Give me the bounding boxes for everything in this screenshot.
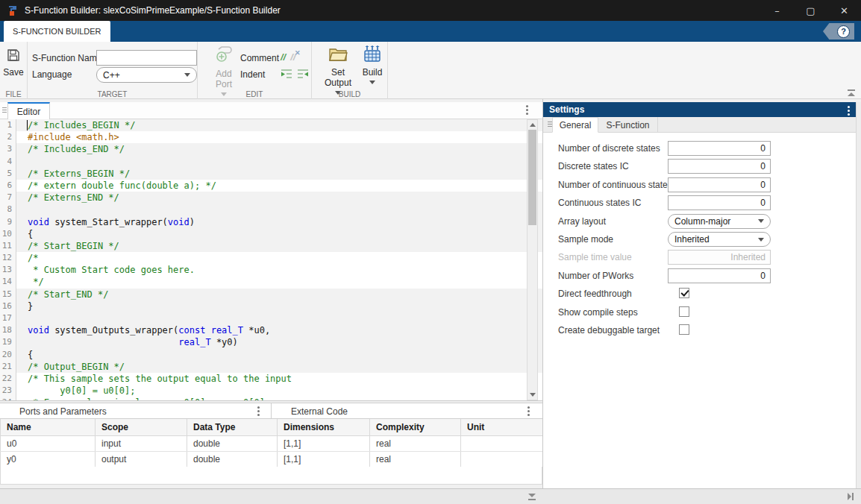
code-line[interactable]: 22/* This sample sets the output equal t… [0,373,542,385]
collapse-bottom-icon[interactable] [527,494,537,500]
table-cell[interactable]: double [187,435,278,451]
editor-scrollbar[interactable] [527,119,538,400]
table-cell[interactable]: output [96,451,187,467]
discrete-states-ic-input[interactable]: 0 [668,159,771,174]
code-line[interactable]: 7/* Externs_END */ [0,192,542,204]
tab-s-function[interactable]: S-Function [598,117,658,133]
code-line[interactable]: 17 [0,312,542,324]
settings-menu-icon[interactable] [848,110,850,112]
code-line[interactable]: 6/* extern double func(double a); */ [0,180,542,192]
number-of-continuous-states-input[interactable]: 0 [668,177,771,192]
code-text: /* Includes_END */ [16,143,542,155]
tab-external-code[interactable]: External Code [291,403,348,420]
code-line[interactable]: 10{ [0,228,542,240]
close-button[interactable]: ✕ [827,0,861,21]
line-number: 8 [0,204,16,215]
comment-icon[interactable]: // [281,51,286,63]
table-cell[interactable]: double [187,451,278,467]
code-line[interactable]: 24 * For complex signals use: y0[0].re =… [0,397,542,401]
table-header[interactable]: Data Type [187,419,278,435]
minimize-button[interactable]: – [760,0,794,21]
table-cell[interactable]: [1,1] [278,451,370,467]
table-cell[interactable]: u0 [1,435,96,451]
set-output-button[interactable]: Set Output [317,45,359,95]
table-header[interactable]: Dimensions [278,419,370,435]
add-port-button[interactable]: Add Port [207,45,241,96]
collapse-right-icon[interactable] [848,493,855,500]
table-row[interactable]: u0inputdouble[1,1]real [1,435,543,451]
number-of-pworks-input[interactable]: 0 [668,268,771,283]
scroll-up-icon[interactable] [530,123,536,127]
code-line[interactable]: 14 */ [0,276,542,288]
table-cell[interactable] [461,451,543,467]
language-label: Language [32,69,72,80]
table-cell[interactable]: input [96,435,187,451]
s-function-name-input[interactable] [96,50,197,66]
language-dropdown[interactable]: C++ [96,67,197,83]
add-port-label: Add Port [207,69,241,89]
sample-mode-label: Sample mode [558,234,613,245]
show-compile-steps-checkbox[interactable] [679,306,689,317]
code-line[interactable]: 2#include <math.h> [0,131,542,143]
code-line[interactable]: 18void system_Outputs_wrapper(const real… [0,324,542,336]
outdent-icon[interactable] [297,69,309,80]
collapse-toolbar-icon[interactable] [846,89,857,97]
table-cell[interactable]: real [370,451,461,467]
code-line[interactable]: 5/* Externs_BEGIN */ [0,168,542,180]
code-line[interactable]: 4 [0,156,542,168]
code-line[interactable]: 13 * Custom Start code goes here. [0,264,542,276]
tab-ports-and-parameters[interactable]: Ports and Parameters [19,403,107,420]
uncomment-icon[interactable]: //✕ [290,51,295,63]
sample-mode-dropdown[interactable]: Inherited [668,232,771,247]
create-debuggable-target-checkbox[interactable] [679,324,689,335]
table-cell[interactable]: [1,1] [278,435,370,451]
ports-menu-icon[interactable] [257,410,260,412]
table-header[interactable]: Name [1,419,96,435]
code-line[interactable]: 20{ [0,349,542,361]
help-button[interactable]: ? [823,23,854,40]
table-header[interactable]: Scope [96,419,187,435]
code-line[interactable]: 15/* Start_END */ [0,289,542,300]
direct-feedthrough-checkbox[interactable] [679,288,689,298]
code-text [16,204,542,215]
table-cell[interactable]: real [370,435,461,451]
sample-time-value-input: Inherited [668,250,771,265]
indent-icon[interactable] [281,69,292,80]
code-line[interactable]: 23 y0[0] = u0[0]; [0,385,542,397]
save-label: Save [0,67,27,78]
tab-editor[interactable]: Editor [7,102,50,119]
table-header[interactable]: Complexity [370,419,461,435]
array-layout-dropdown[interactable]: Column-major [668,214,771,229]
code-editor[interactable]: 1/* Includes_BEGIN */2#include <math.h>3… [0,119,542,401]
window-title: S-Function Builder: slexCoSimPrimeExampl… [25,5,281,16]
build-button[interactable]: Build [359,45,386,84]
code-line[interactable]: 9void system_Start_wrapper(void) [0,216,542,228]
table-cell[interactable]: y0 [1,451,96,467]
code-line[interactable]: 12/* [0,252,542,264]
continuous-states-ic-input[interactable]: 0 [668,195,771,210]
tab-s-function-builder[interactable]: S-FUNCTION BUILDER [4,21,110,42]
scroll-down-icon[interactable] [530,393,536,397]
line-number: 16 [0,300,16,312]
editor-grip-handle[interactable] [2,107,7,113]
editor-menu-icon[interactable] [526,109,528,111]
code-line[interactable]: 19 real_T *y0) [0,336,542,348]
tab-general[interactable]: General [552,117,598,133]
external-code-menu-icon[interactable] [527,410,530,412]
maximize-button[interactable]: ▢ [794,0,827,21]
table-cell[interactable] [461,435,543,451]
code-line[interactable]: 1/* Includes_BEGIN */ [0,119,542,131]
code-line[interactable]: 11/* Start_BEGIN */ [0,240,542,252]
ports-table-empty-area[interactable] [0,467,542,485]
number-of-discrete-states-input[interactable]: 0 [668,141,771,156]
code-line[interactable]: 21/* Output_BEGIN */ [0,361,542,373]
scrollbar-thumb[interactable] [528,130,536,225]
table-header[interactable]: Unit [461,419,543,435]
line-number: 12 [0,252,16,264]
code-line[interactable]: 3/* Includes_END */ [0,143,542,155]
settings-scrollbar-track[interactable] [856,102,861,488]
code-line[interactable]: 16} [0,300,542,312]
table-row[interactable]: y0outputdouble[1,1]real [1,451,543,467]
code-text: y0[0] = u0[0]; [16,385,542,397]
code-line[interactable]: 8 [0,204,542,215]
